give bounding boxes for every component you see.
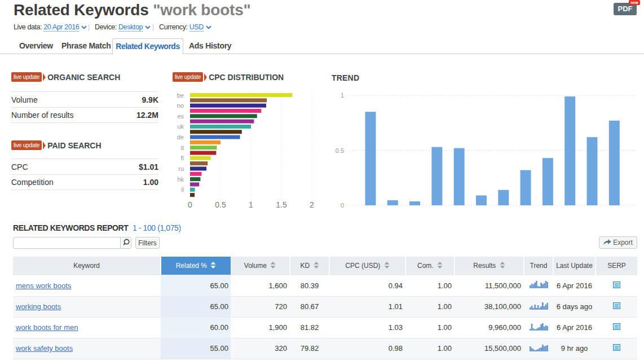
svg-text:hk: hk <box>177 176 184 183</box>
svg-text:2: 2 <box>310 200 314 209</box>
svg-text:0.5: 0.5 <box>336 147 344 154</box>
svg-text:0.5: 0.5 <box>215 200 226 209</box>
svg-text:uk: uk <box>177 123 184 130</box>
svg-text:de: de <box>177 134 184 140</box>
svg-text:fi: fi <box>181 155 184 161</box>
svg-text:0: 0 <box>188 200 192 209</box>
svg-text:be: be <box>177 92 184 99</box>
svg-text:1.5: 1.5 <box>276 200 287 209</box>
svg-text:1: 1 <box>341 92 344 99</box>
svg-text:es: es <box>177 113 184 120</box>
svg-text:il: il <box>181 186 184 193</box>
svg-text:ru: ru <box>178 165 184 172</box>
svg-text:1: 1 <box>249 200 253 209</box>
svg-text:it: it <box>181 144 184 151</box>
svg-text:0: 0 <box>341 202 344 209</box>
svg-text:no: no <box>177 102 184 109</box>
